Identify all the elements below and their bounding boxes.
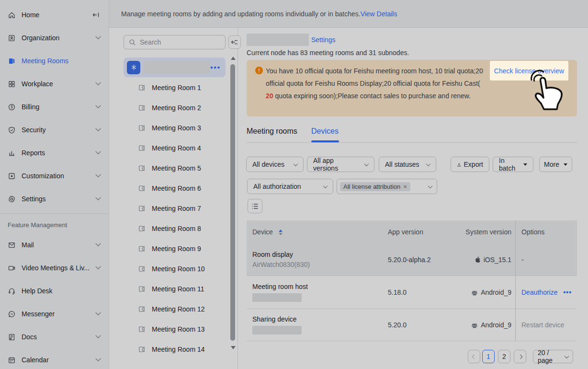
- list-view-button[interactable]: [248, 199, 262, 213]
- tree-item-room-3[interactable]: Meeting Room 3: [109, 118, 230, 138]
- tree-item-room-10[interactable]: Meeting Room 10: [109, 259, 230, 279]
- more-button[interactable]: More: [539, 157, 572, 172]
- room-label: Meeting Room 11: [152, 285, 204, 293]
- room-icon: [138, 265, 146, 273]
- sidebar-item-mail[interactable]: Mail: [0, 233, 109, 256]
- export-button[interactable]: Export: [451, 157, 489, 172]
- room-label: Meeting Room 10: [152, 265, 205, 273]
- page-1-button[interactable]: 1: [482, 350, 495, 363]
- deauthorize-link[interactable]: Deauthorize: [521, 288, 558, 296]
- warning-icon: !: [255, 67, 263, 74]
- table-row[interactable]: Meeting room host 5.18.0 Android_9 Deaut…: [247, 276, 577, 309]
- sort-icon[interactable]: [279, 230, 283, 235]
- tab-meeting-rooms[interactable]: Meeting rooms: [247, 127, 297, 136]
- filter-all-devices[interactable]: All devices: [246, 157, 304, 172]
- column-device[interactable]: Device: [247, 228, 378, 236]
- tree-item-room-5[interactable]: Meeting Room 5: [109, 158, 230, 178]
- system-version-value: iOS_15.1: [484, 256, 511, 264]
- tree-item-room-4[interactable]: Meeting Room 4: [109, 138, 230, 158]
- sidebar-item-meeting-rooms[interactable]: Meeting Rooms: [0, 49, 109, 72]
- filter-all-statuses[interactable]: All statuses: [379, 157, 436, 172]
- sidebar-item-label: Video Meetings & Liv...: [22, 264, 90, 272]
- table-row[interactable]: Room display AirWatch0830(830) 5.20.0-al…: [247, 243, 577, 276]
- column-options: Options: [515, 228, 577, 236]
- room-label: Meeting Room 3: [152, 124, 201, 132]
- room-label: Meeting Room 13: [152, 325, 205, 333]
- tree-item-room-13[interactable]: Meeting Room 13: [109, 319, 230, 339]
- search-box[interactable]: [124, 35, 226, 49]
- chevron-down-icon: [364, 161, 369, 166]
- sidebar-item-home[interactable]: Home: [0, 3, 109, 26]
- prev-page-button[interactable]: [468, 350, 480, 363]
- check-license-overview-button[interactable]: Check license overview: [490, 61, 568, 81]
- settings-link[interactable]: Settings: [311, 36, 336, 44]
- sidebar-item-reports[interactable]: Reports: [0, 141, 109, 164]
- sidebar-item-organization[interactable]: Organization: [0, 26, 109, 49]
- room-label: Meeting Room 12: [152, 305, 205, 313]
- tree-item-room-14[interactable]: Meeting Room 14: [109, 339, 230, 353]
- customization-icon: [8, 172, 16, 180]
- chevron-down-icon: [95, 34, 101, 39]
- search-input[interactable]: [140, 38, 216, 46]
- tree-item-room-7[interactable]: Meeting Room 7: [109, 198, 230, 219]
- collapse-tree-panel-button[interactable]: [228, 35, 241, 49]
- hint-bar: Manage meeting rooms by adding and updat…: [109, 0, 588, 28]
- sidebar-item-customization[interactable]: Customization: [0, 164, 109, 187]
- license-warning-text: You have 10 official quota for Feishu me…: [266, 65, 487, 102]
- sidebar-item-calendar[interactable]: Calendar: [0, 348, 109, 369]
- filter-all-app-versions[interactable]: All app versions: [307, 157, 374, 172]
- tree-item-room-11[interactable]: Meeting Room 11: [109, 279, 230, 299]
- room-list: Meeting Room 1 Meeting Room 2 Meeting Ro…: [109, 78, 230, 353]
- filter-label: All app versions: [313, 157, 360, 172]
- triangle-down-icon: [564, 163, 567, 166]
- sidebar-item-video-meetings[interactable]: Video Meetings & Liv...: [0, 256, 109, 279]
- filter-all-authorization[interactable]: All authorization: [247, 179, 333, 194]
- tab-devices[interactable]: Devices: [311, 127, 339, 136]
- sidebar-item-security[interactable]: Security: [0, 118, 109, 141]
- room-icon: [138, 225, 146, 232]
- remove-tag-icon[interactable]: ×: [403, 183, 407, 190]
- sidebar-item-docs[interactable]: Docs: [0, 325, 109, 348]
- gear-icon: [8, 195, 16, 203]
- room-icon: [138, 124, 146, 132]
- scroll-down-arrow-icon[interactable]: [231, 346, 236, 349]
- search-icon: [129, 39, 136, 46]
- restart-device-action[interactable]: Restart device: [521, 321, 564, 329]
- filter-license-attribution[interactable]: All license attribution ×: [337, 179, 437, 194]
- view-details-link[interactable]: View Details: [361, 10, 397, 18]
- page-size-select[interactable]: 20 / page: [533, 350, 573, 363]
- tree-item-room-1[interactable]: Meeting Room 1: [109, 78, 230, 98]
- filter-label: All statuses: [385, 161, 419, 168]
- room-icon: [138, 84, 146, 92]
- sidebar-item-help-desk[interactable]: Help Desk: [0, 279, 109, 302]
- sidebar-section-label: Feature Management: [0, 218, 109, 233]
- page-2-button[interactable]: 2: [498, 350, 510, 363]
- apple-icon: [474, 256, 481, 264]
- list-view-icon: [251, 203, 259, 209]
- tree-item-room-2[interactable]: Meeting Room 2: [109, 98, 230, 118]
- chevron-down-icon: [95, 333, 101, 338]
- sidebar-divider: [0, 213, 109, 214]
- tree-item-room-12[interactable]: Meeting Room 12: [109, 299, 230, 319]
- in-batch-button[interactable]: In batch: [493, 157, 533, 172]
- sidebar-item-settings[interactable]: Settings: [0, 187, 109, 210]
- tree-item-room-8[interactable]: Meeting Room 8: [109, 219, 230, 239]
- scroll-up-arrow-icon[interactable]: [231, 57, 236, 60]
- sidebar-item-label: Settings: [22, 195, 46, 203]
- table-row[interactable]: Sharing device 5.20.0 Android_9 Restart …: [247, 309, 577, 341]
- collapse-sidebar-icon[interactable]: [91, 11, 100, 19]
- row-more-menu[interactable]: •••: [563, 288, 572, 296]
- node-more-menu[interactable]: •••: [210, 63, 221, 71]
- sidebar-item-billing[interactable]: $ Billing: [0, 95, 109, 118]
- next-page-button[interactable]: [514, 350, 526, 363]
- tree-scrollbar[interactable]: [230, 53, 237, 352]
- tree-item-room-9[interactable]: Meeting Room 9: [109, 239, 230, 259]
- sidebar: Home Organization Meeting Rooms Workplac…: [0, 0, 109, 369]
- scrollbar-thumb[interactable]: [230, 64, 235, 341]
- sidebar-item-workplace[interactable]: Workplace: [0, 72, 109, 95]
- tree-item-room-6[interactable]: Meeting Room 6: [109, 178, 230, 198]
- sidebar-item-label: Mail: [22, 241, 34, 249]
- sidebar-item-messenger[interactable]: Messenger: [0, 302, 109, 325]
- sidebar-item-label: Customization: [22, 172, 64, 180]
- selected-node[interactable]: •••: [124, 58, 226, 77]
